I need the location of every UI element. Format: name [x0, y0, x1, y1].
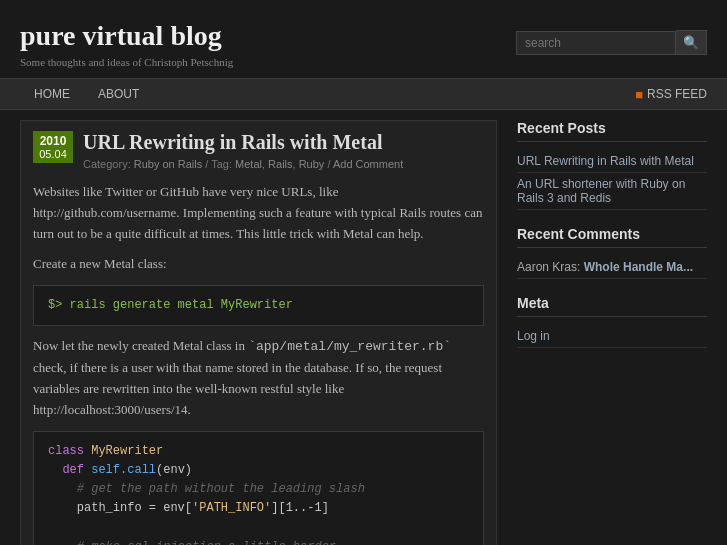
post-body-text: Now let the newly created Metal class in…: [33, 336, 484, 420]
post-intro: Websites like Twitter or GitHub have ver…: [33, 182, 484, 244]
rss-icon: ■: [635, 87, 643, 102]
post-article: 2010 05.04 URL Rewriting in Rails with M…: [20, 120, 497, 545]
code-line-class: class MyRewriter: [48, 442, 469, 461]
sidebar-meta: Meta Log in: [517, 295, 707, 348]
post-tag-ruby[interactable]: Ruby: [299, 158, 325, 170]
content-area: 2010 05.04 URL Rewriting in Rails with M…: [20, 120, 497, 545]
sidebar-post-2-link[interactable]: An URL shortener with Ruby on Rails 3 an…: [517, 177, 685, 205]
code-block-1: $> rails generate metal MyRewriter: [33, 285, 484, 326]
site-header: pure virtual blog Some thoughts and idea…: [0, 0, 727, 78]
post-create-text: Create a new Metal class:: [33, 254, 484, 275]
code-block-2: class MyRewriter def self.call(env) # ge…: [33, 431, 484, 545]
search-button[interactable]: 🔍: [676, 30, 707, 55]
recent-posts-title: Recent Posts: [517, 120, 707, 142]
code-line-1: $> rails generate metal MyRewriter: [48, 298, 293, 312]
main-layout: 2010 05.04 URL Rewriting in Rails with M…: [0, 120, 727, 545]
nav-about[interactable]: ABOUT: [84, 79, 153, 109]
recent-comments-title: Recent Comments: [517, 226, 707, 248]
post-meta: Category: Ruby on Rails / Tag: Metal, Ra…: [83, 158, 403, 170]
comment-excerpt-link[interactable]: Whole Handle Ma...: [584, 260, 693, 274]
sidebar-meta-login[interactable]: Log in: [517, 325, 707, 348]
comment-author: Aaron Kras: [517, 260, 577, 274]
code-line-path: path_info = env['PATH_INFO'][1..-1]: [48, 499, 469, 518]
site-title: pure virtual blog: [20, 20, 233, 52]
post-body: Websites like Twitter or GitHub have ver…: [21, 170, 496, 545]
post-date-badge: 2010 05.04: [33, 131, 73, 163]
navbar: HOME ABOUT ■ RSS FEED: [0, 78, 727, 110]
sidebar-post-1[interactable]: URL Rewriting in Rails with Metal: [517, 150, 707, 173]
sidebar-post-2[interactable]: An URL shortener with Ruby on Rails 3 an…: [517, 173, 707, 210]
sidebar-recent-comments: Recent Comments Aaron Kras: Whole Handle…: [517, 226, 707, 279]
nav-links: HOME ABOUT: [20, 79, 153, 109]
comment-excerpt: Whole Handle Ma...: [584, 260, 693, 274]
sidebar-post-1-link[interactable]: URL Rewriting in Rails with Metal: [517, 154, 694, 168]
post-add-comment-link[interactable]: Add Comment: [333, 158, 403, 170]
post-date-day: 05.04: [39, 148, 67, 160]
site-title-area: pure virtual blog Some thoughts and idea…: [20, 20, 233, 68]
sidebar: Recent Posts URL Rewriting in Rails with…: [517, 120, 707, 545]
nav-home[interactable]: HOME: [20, 79, 84, 109]
site-subtitle: Some thoughts and ideas of Christoph Pet…: [20, 56, 233, 68]
post-header: 2010 05.04 URL Rewriting in Rails with M…: [21, 121, 496, 170]
code-comment-1: # get the path without the leading slash: [48, 480, 469, 499]
post-tag-metal[interactable]: Metal: [235, 158, 262, 170]
code-line-def: def self.call(env): [48, 461, 469, 480]
rss-label: RSS FEED: [647, 87, 707, 101]
rss-feed-link[interactable]: ■ RSS FEED: [635, 87, 707, 102]
meta-title: Meta: [517, 295, 707, 317]
post-date-year: 2010: [39, 134, 67, 148]
post-title-area: URL Rewriting in Rails with Metal Catego…: [83, 131, 403, 170]
code-blank-1: [48, 518, 469, 537]
sidebar-comment-1[interactable]: Aaron Kras: Whole Handle Ma...: [517, 256, 707, 279]
inline-code-path: `app/metal/my_rewriter.rb`: [248, 339, 451, 354]
sidebar-recent-posts: Recent Posts URL Rewriting in Rails with…: [517, 120, 707, 210]
post-tag-rails[interactable]: Rails: [268, 158, 292, 170]
search-area: 🔍: [516, 30, 707, 55]
post-title: URL Rewriting in Rails with Metal: [83, 131, 403, 154]
login-link[interactable]: Log in: [517, 329, 550, 343]
code-comment-2: # make sql injection a little harder: [48, 538, 469, 546]
post-category-link[interactable]: Ruby on Rails: [134, 158, 202, 170]
search-input[interactable]: [516, 31, 676, 55]
